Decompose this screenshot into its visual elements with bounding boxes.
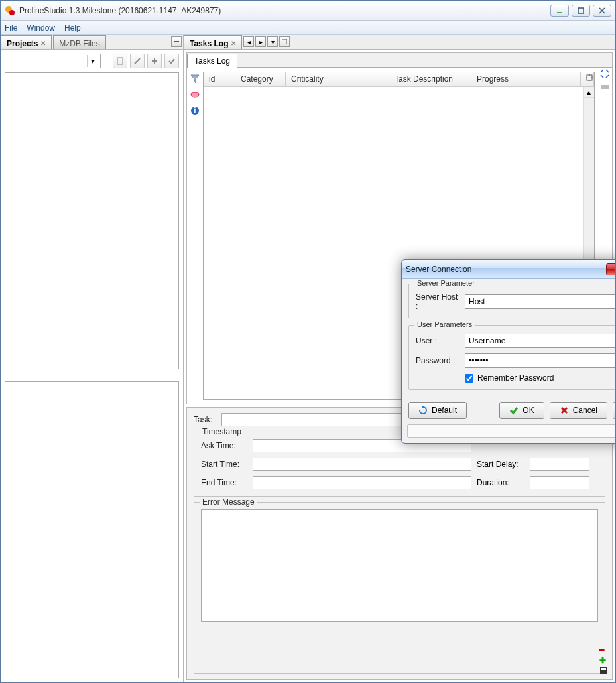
nav-right-button[interactable]: ▸ xyxy=(255,36,266,47)
edit-button[interactable] xyxy=(130,54,145,68)
svg-rect-2 xyxy=(557,12,562,13)
server-connection-dialog: Server Connection Server Parameter Serve… xyxy=(401,259,616,444)
menu-file[interactable]: File xyxy=(5,23,17,32)
error-legend: Error Message xyxy=(200,497,257,507)
remember-password-label: Remember Password xyxy=(477,373,554,383)
server-parameter-legend: Server Parameter xyxy=(414,279,477,287)
dropdown-button[interactable]: ▾ xyxy=(267,36,278,47)
inner-tab-tasks-log[interactable]: Tasks Log xyxy=(187,54,237,68)
server-host-input[interactable] xyxy=(465,294,616,309)
scroll-up-icon[interactable]: ▴ xyxy=(584,87,594,98)
task-label: Task: xyxy=(194,415,216,424)
refresh-icon xyxy=(418,406,428,415)
ask-time-label: Ask Time: xyxy=(201,441,247,450)
check-icon xyxy=(509,406,519,415)
nav-left-button[interactable]: ◂ xyxy=(243,36,254,47)
user-label: User : xyxy=(416,336,461,345)
error-group: Error Message xyxy=(194,502,605,674)
left-tabrow: Projects ✕ MzDB Files xyxy=(1,35,183,50)
projects-tree[interactable] xyxy=(5,72,179,369)
minimize-button[interactable] xyxy=(550,5,569,17)
app-icon xyxy=(5,5,15,16)
svg-rect-10 xyxy=(587,75,592,80)
info-icon[interactable]: i xyxy=(190,106,200,115)
minimize-panel-button[interactable] xyxy=(171,36,182,47)
close-icon[interactable]: ✕ xyxy=(40,40,46,47)
user-input[interactable] xyxy=(465,334,616,348)
cancel-button[interactable]: Cancel xyxy=(550,402,607,419)
clear-icon[interactable] xyxy=(190,90,200,99)
help-button[interactable]: ? xyxy=(613,402,616,419)
add-button[interactable] xyxy=(147,54,162,68)
inner-tab-label: Tasks Log xyxy=(194,56,230,66)
start-delay-label: Start Delay: xyxy=(477,460,524,469)
close-window-button[interactable] xyxy=(593,5,611,17)
dialog-title: Server Connection xyxy=(406,265,606,274)
cancel-button-label: Cancel xyxy=(573,406,597,415)
projects-details[interactable] xyxy=(5,381,179,678)
check-button[interactable] xyxy=(164,54,179,68)
ok-button[interactable]: OK xyxy=(499,402,544,419)
dialog-close-button[interactable] xyxy=(606,263,616,275)
window-title: ProlineStudio 1.3 Milestone (20160621-11… xyxy=(19,6,550,15)
menu-window[interactable]: Window xyxy=(27,23,55,32)
col-id[interactable]: id xyxy=(204,72,235,86)
tab-mzdb-files[interactable]: MzDB Files xyxy=(53,35,105,49)
remove-icon[interactable]: ━ xyxy=(599,645,608,654)
svg-rect-16 xyxy=(601,668,606,670)
col-category[interactable]: Category xyxy=(235,72,286,86)
end-time-label: End Time: xyxy=(201,478,247,487)
add-icon[interactable]: ✚ xyxy=(599,656,608,665)
window-titlebar: ProlineStudio 1.3 Milestone (20160621-11… xyxy=(1,1,615,21)
server-host-label: Server Host : xyxy=(416,292,461,311)
menu-help[interactable]: Help xyxy=(64,23,81,32)
col-config-icon[interactable] xyxy=(581,72,594,86)
ok-button-label: OK xyxy=(523,406,534,415)
col-progress[interactable]: Progress xyxy=(471,72,581,86)
expand-icon[interactable] xyxy=(600,69,609,78)
password-label: Password : xyxy=(416,356,461,365)
duration-field[interactable] xyxy=(530,476,589,489)
cancel-icon xyxy=(560,406,569,415)
svg-rect-6 xyxy=(282,39,287,44)
svg-rect-11 xyxy=(601,85,605,89)
col-criticality[interactable]: Criticality xyxy=(286,72,389,86)
tab-tasks-log[interactable]: Tasks Log ✕ xyxy=(184,35,242,49)
save-icon[interactable] xyxy=(599,666,608,675)
default-button-label: Default xyxy=(432,406,457,415)
svg-rect-4 xyxy=(174,41,179,42)
svg-rect-3 xyxy=(578,8,584,13)
tab-tasks-log-label: Tasks Log xyxy=(190,39,228,48)
svg-text:i: i xyxy=(194,106,196,115)
menu-bar: File Window Help xyxy=(1,21,615,35)
start-delay-field[interactable] xyxy=(530,458,589,471)
tab-mzdb-label: MzDB Files xyxy=(59,39,99,48)
maximize-button[interactable] xyxy=(572,5,590,17)
svg-rect-12 xyxy=(605,85,609,89)
timestamp-legend: Timestamp xyxy=(200,427,244,436)
user-parameters-group: User Parameters User : Password : Rememb… xyxy=(408,325,616,390)
tab-projects[interactable]: Projects ✕ xyxy=(1,35,52,49)
filter-icon[interactable] xyxy=(190,74,200,84)
project-selector-combo[interactable]: ▾ xyxy=(5,54,101,68)
tab-projects-label: Projects xyxy=(7,39,38,48)
start-time-label: Start Time: xyxy=(201,460,247,469)
col-task-description[interactable]: Task Description xyxy=(389,72,471,86)
start-time-field[interactable] xyxy=(253,458,471,471)
new-button[interactable] xyxy=(113,54,127,68)
dialog-status-strip xyxy=(407,424,616,438)
duration-label: Duration: xyxy=(477,478,524,487)
svg-rect-5 xyxy=(117,58,123,64)
end-time-field[interactable] xyxy=(253,476,471,489)
password-input[interactable] xyxy=(465,353,616,368)
svg-point-1 xyxy=(9,10,15,15)
maximize-panel-button[interactable] xyxy=(279,36,290,47)
remember-password-checkbox[interactable] xyxy=(465,374,473,383)
svg-point-7 xyxy=(191,92,199,97)
close-icon[interactable]: ✕ xyxy=(231,40,236,47)
server-parameter-group: Server Parameter Server Host : xyxy=(408,284,616,318)
default-button[interactable]: Default xyxy=(408,402,467,419)
user-parameters-legend: User Parameters xyxy=(414,320,475,328)
link-icon[interactable] xyxy=(600,82,609,92)
error-message-field[interactable] xyxy=(201,509,598,622)
